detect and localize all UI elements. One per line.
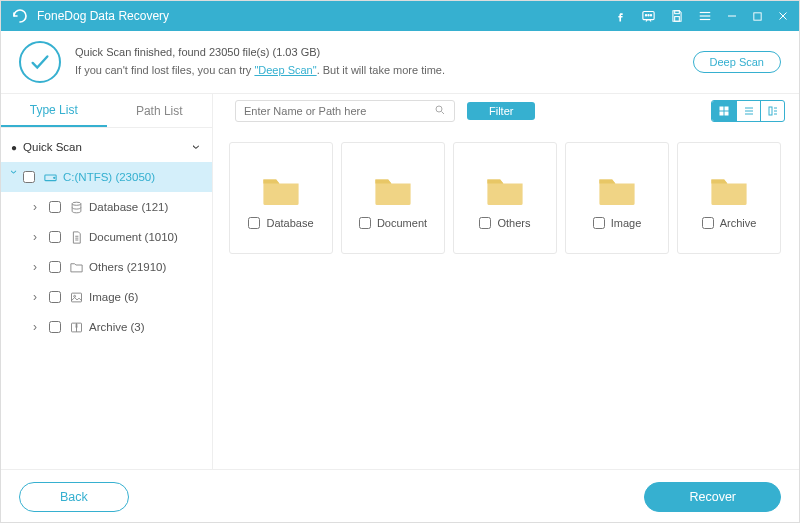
tree-item-label: Image (6) — [89, 291, 138, 303]
tree: Quick Scan › › C:(NTFS) (23050) › Databa… — [1, 128, 212, 342]
svg-line-26 — [442, 111, 445, 114]
deep-scan-link[interactable]: "Deep Scan" — [254, 64, 316, 76]
status-line2: If you can't find lost files, you can tr… — [75, 62, 693, 80]
svg-rect-34 — [769, 107, 772, 115]
tree-item-checkbox[interactable] — [49, 261, 61, 273]
view-grid-icon[interactable] — [712, 101, 736, 121]
svg-point-2 — [648, 14, 649, 15]
close-icon[interactable] — [777, 10, 789, 22]
tree-item-checkbox[interactable] — [49, 321, 61, 333]
maximize-icon[interactable] — [752, 11, 763, 22]
sidebar-tabs: Type List Path List — [1, 94, 212, 128]
folder-icon — [709, 173, 749, 205]
recover-button[interactable]: Recover — [644, 482, 781, 512]
deep-scan-button[interactable]: Deep Scan — [693, 51, 781, 73]
folder-card-archive[interactable]: Archive — [677, 142, 781, 254]
search-input[interactable] — [244, 105, 434, 117]
archive-icon — [67, 320, 85, 335]
svg-point-3 — [650, 14, 651, 15]
card-checkbox[interactable] — [248, 217, 260, 229]
checkmark-icon — [19, 41, 61, 83]
status-bar: Quick Scan finished, found 23050 file(s)… — [1, 31, 799, 94]
document-icon — [67, 230, 85, 245]
content-toolbar: Filter — [227, 94, 785, 128]
back-button[interactable]: Back — [19, 482, 129, 512]
folder-card-document[interactable]: Document — [341, 142, 445, 254]
card-checkbox[interactable] — [479, 217, 491, 229]
sidebar: Type List Path List Quick Scan › › C:(NT… — [1, 94, 213, 469]
tree-drive[interactable]: › C:(NTFS) (23050) — [1, 162, 212, 192]
filter-button[interactable]: Filter — [467, 102, 535, 120]
menu-icon[interactable] — [698, 9, 712, 23]
status-line1: Quick Scan finished, found 23050 file(s)… — [75, 44, 693, 62]
folder-icon — [67, 260, 85, 275]
svg-rect-28 — [725, 106, 729, 110]
card-label: Image — [611, 217, 642, 229]
svg-rect-29 — [720, 111, 724, 115]
tab-path-list[interactable]: Path List — [107, 94, 213, 127]
view-list-icon[interactable] — [736, 101, 760, 121]
tree-item-checkbox[interactable] — [49, 201, 61, 213]
card-label: Archive — [720, 217, 757, 229]
chevron-right-icon: › — [33, 230, 47, 244]
tree-item-checkbox[interactable] — [49, 231, 61, 243]
folder-icon — [373, 173, 413, 205]
folder-icon — [261, 173, 301, 205]
view-options — [711, 100, 785, 122]
tab-type-list[interactable]: Type List — [1, 94, 107, 127]
image-icon — [67, 290, 85, 305]
svg-point-1 — [645, 14, 646, 15]
folder-card-database[interactable]: Database — [229, 142, 333, 254]
window-controls — [614, 9, 789, 24]
card-checkbox[interactable] — [593, 217, 605, 229]
titlebar: FoneDog Data Recovery — [1, 1, 799, 31]
tree-item-others[interactable]: › Others (21910) — [1, 252, 212, 282]
tree-item-label: Document (1010) — [89, 231, 178, 243]
feedback-icon[interactable] — [641, 9, 656, 24]
card-checkbox[interactable] — [359, 217, 371, 229]
chevron-right-icon: › — [33, 200, 47, 214]
tree-item-image[interactable]: › Image (6) — [1, 282, 212, 312]
folder-grid: Database Document Others Image Archive — [227, 128, 785, 268]
search-icon[interactable] — [434, 102, 446, 120]
svg-rect-19 — [71, 293, 81, 302]
tree-item-archive[interactable]: › Archive (3) — [1, 312, 212, 342]
chevron-right-icon: › — [33, 260, 47, 274]
database-icon — [67, 200, 85, 215]
tree-drive-checkbox[interactable] — [23, 171, 35, 183]
card-label: Others — [497, 217, 530, 229]
facebook-icon[interactable] — [614, 10, 627, 23]
content-area: Filter Database Document Others — [213, 94, 799, 469]
chevron-right-icon: › — [33, 290, 47, 304]
tree-item-label: Database (121) — [89, 201, 168, 213]
folder-card-others[interactable]: Others — [453, 142, 557, 254]
footer: Back Recover — [1, 469, 799, 523]
minimize-icon[interactable] — [726, 10, 738, 22]
tree-item-database[interactable]: › Database (121) — [1, 192, 212, 222]
tree-item-label: Others (21910) — [89, 261, 166, 273]
app-logo-icon — [11, 7, 29, 25]
svg-point-15 — [72, 202, 81, 205]
svg-rect-27 — [720, 106, 724, 110]
search-box[interactable] — [235, 100, 455, 122]
chevron-down-icon: › — [190, 145, 206, 150]
folder-card-image[interactable]: Image — [565, 142, 669, 254]
main-area: Type List Path List Quick Scan › › C:(NT… — [1, 94, 799, 469]
tree-root-label: Quick Scan — [11, 141, 82, 153]
svg-point-14 — [53, 177, 54, 178]
svg-rect-10 — [754, 12, 761, 19]
chevron-down-icon: › — [7, 170, 21, 184]
tree-drive-label: C:(NTFS) (23050) — [63, 171, 155, 183]
svg-point-25 — [436, 106, 442, 112]
svg-rect-4 — [675, 11, 680, 14]
svg-rect-30 — [725, 111, 729, 115]
chevron-right-icon: › — [33, 320, 47, 334]
folder-icon — [597, 173, 637, 205]
view-detail-icon[interactable] — [760, 101, 784, 121]
svg-rect-5 — [675, 17, 680, 22]
tree-root-quick-scan[interactable]: Quick Scan › — [1, 132, 212, 162]
save-icon[interactable] — [670, 9, 684, 23]
card-checkbox[interactable] — [702, 217, 714, 229]
tree-item-document[interactable]: › Document (1010) — [1, 222, 212, 252]
tree-item-checkbox[interactable] — [49, 291, 61, 303]
